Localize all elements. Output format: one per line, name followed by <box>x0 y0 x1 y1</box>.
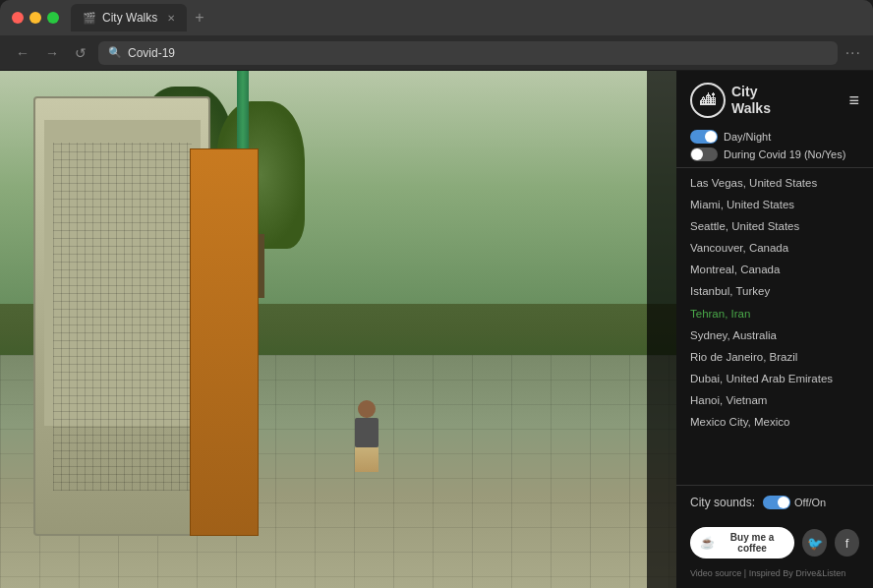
search-icon: 🔍 <box>108 46 122 59</box>
tab-title: City Walks <box>102 11 157 25</box>
city-sounds-label: City sounds: <box>690 496 755 509</box>
browser-chrome: 🎬 City Walks ✕ + ← → ↺ 🔍 Covid-19 ··· <box>0 0 873 71</box>
person-legs <box>355 447 378 472</box>
tab-bar: 🎬 City Walks ✕ + <box>71 4 861 31</box>
city-sounds-toggle[interactable] <box>763 496 790 509</box>
city-sounds-toggle-group: Off/On <box>763 496 826 509</box>
main-content: 🏙 City Walks ≡ Day/Night Dur <box>0 71 873 588</box>
person-head <box>358 400 376 418</box>
city-icon: 🏙 <box>700 91 716 109</box>
covid-toggle-row: During Covid 19 (No/Yes) <box>690 147 859 161</box>
covid-label: During Covid 19 (No/Yes) <box>724 148 845 160</box>
city-list[interactable]: Las Vegas, United StatesMiami, United St… <box>676 167 873 486</box>
footer-text: Video source | Inspired By Drive&Listen <box>690 568 845 578</box>
city-item[interactable]: Miami, United States <box>676 194 873 215</box>
orange-box <box>190 148 259 537</box>
video-background <box>0 71 676 588</box>
sidebar-footer: Video source | Inspired By Drive&Listen <box>676 564 873 588</box>
city-item[interactable]: Seattle, United States <box>676 215 873 237</box>
city-sounds-section: City sounds: Off/On <box>676 486 873 519</box>
street-scene <box>0 71 676 588</box>
city-item[interactable]: Hanoi, Vietnam <box>676 389 873 411</box>
minimize-button[interactable] <box>29 12 41 24</box>
person <box>352 400 381 474</box>
off-on-label: Off/On <box>794 497 826 508</box>
tab-favicon: 🎬 <box>83 12 96 25</box>
facebook-icon: f <box>845 536 849 551</box>
cabinet-mesh <box>53 143 192 492</box>
day-night-toggle[interactable] <box>690 130 718 144</box>
tab-close-button[interactable]: ✕ <box>167 13 175 24</box>
toggle-knob <box>705 131 717 143</box>
logo-text: City Walks <box>731 84 771 117</box>
facebook-button[interactable]: f <box>835 529 859 557</box>
toolbar: ← → ↺ 🔍 Covid-19 ··· <box>0 35 873 71</box>
city-item[interactable]: Montreal, Canada <box>676 259 873 280</box>
video-area <box>0 71 676 588</box>
buy-coffee-button[interactable]: ☕ Buy me a coffee <box>690 527 794 559</box>
covid-toggle[interactable] <box>690 147 718 161</box>
logo-icon: 🏙 <box>690 83 726 118</box>
active-tab[interactable]: 🎬 City Walks ✕ <box>71 4 187 31</box>
new-tab-button[interactable]: + <box>195 9 204 27</box>
city-item[interactable]: Istanbul, Turkey <box>676 280 873 302</box>
hamburger-menu-icon[interactable]: ≡ <box>848 90 859 111</box>
forward-button[interactable]: → <box>41 43 63 63</box>
traffic-lights <box>12 12 59 24</box>
social-bar: ☕ Buy me a coffee 🐦 f <box>676 519 873 564</box>
toggles-section: Day/Night During Covid 19 (No/Yes) <box>676 126 873 167</box>
address-text: Covid-19 <box>128 46 175 60</box>
close-button[interactable] <box>12 12 24 24</box>
address-bar[interactable]: 🔍 Covid-19 <box>98 41 838 65</box>
logo-bar: 🏙 City Walks ≡ <box>676 71 873 126</box>
city-item[interactable]: Vancouver, Canada <box>676 237 873 259</box>
person-body <box>355 418 378 447</box>
city-item[interactable]: Rio de Janeiro, Brazil <box>676 346 873 368</box>
coffee-icon: ☕ <box>700 536 715 550</box>
browser-menu-button[interactable]: ··· <box>845 44 861 62</box>
twitter-button[interactable]: 🐦 <box>802 529 827 557</box>
twitter-icon: 🐦 <box>807 536 823 551</box>
day-night-toggle-row: Day/Night <box>690 130 859 144</box>
dark-side-panel <box>647 71 676 588</box>
back-button[interactable]: ← <box>12 43 33 63</box>
city-item[interactable]: Mexico City, Mexico <box>676 411 873 433</box>
city-item[interactable]: Sydney, Australia <box>676 324 873 346</box>
metal-cabinet <box>33 96 210 536</box>
city-item[interactable]: Dubai, United Arab Emirates <box>676 368 873 389</box>
city-item[interactable]: Las Vegas, United States <box>676 172 873 194</box>
day-night-label: Day/Night <box>724 131 771 143</box>
titlebar: 🎬 City Walks ✕ + <box>0 0 873 35</box>
maximize-button[interactable] <box>47 12 59 24</box>
refresh-button[interactable]: ↺ <box>71 43 90 63</box>
buy-coffee-label: Buy me a coffee <box>720 532 785 554</box>
logo: 🏙 City Walks <box>690 83 771 118</box>
sidebar: 🏙 City Walks ≡ Day/Night Dur <box>676 71 873 588</box>
sounds-toggle-knob <box>778 497 789 508</box>
toggle-knob-2 <box>691 148 703 160</box>
city-item[interactable]: Tehran, Iran <box>676 303 873 324</box>
